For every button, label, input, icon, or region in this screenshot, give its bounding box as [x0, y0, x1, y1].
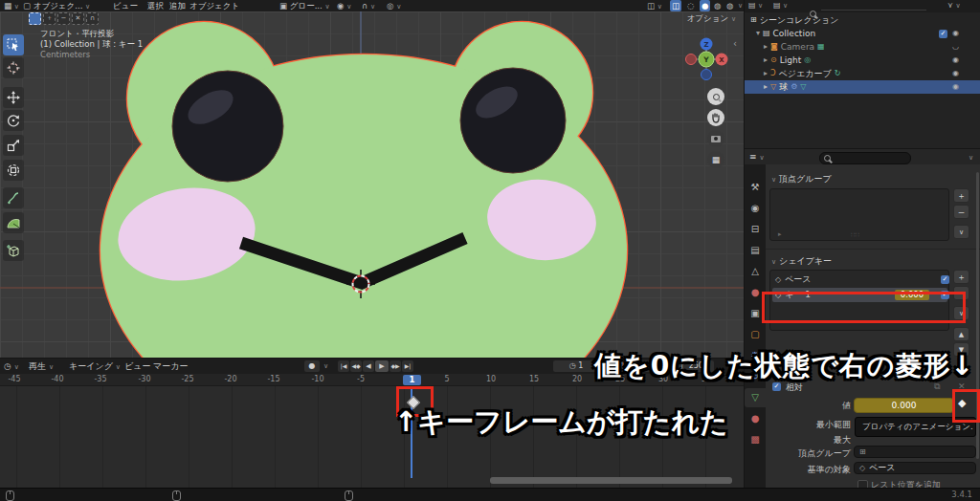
hide-eye-icon[interactable]: ◉	[952, 54, 959, 67]
xray-toggle[interactable]: ◫	[670, 0, 681, 11]
list-resize-grip[interactable]: ∷∷	[851, 231, 859, 239]
gizmo-neg-x-axis[interactable]	[686, 54, 697, 65]
jump-to-start-button[interactable]: |◀	[338, 360, 349, 372]
keying-set-dropdown[interactable]: ∨	[323, 359, 328, 374]
light-data-icon: ◎	[804, 54, 811, 67]
tab-tool[interactable]: ⚒	[745, 178, 766, 197]
shading-wireframe-button[interactable]: ◌	[687, 0, 694, 11]
tool-rotate[interactable]	[3, 110, 24, 131]
outliner-display-mode[interactable]: ▤ ∨	[773, 1, 788, 10]
vertex-group-add-button[interactable]: ＋	[953, 188, 969, 203]
filter-funnel-icon[interactable]: ⋎ ∨	[947, 1, 961, 10]
tool-measure[interactable]	[3, 212, 24, 233]
tool-add-cube[interactable]	[3, 240, 24, 261]
select-mode-new[interactable]	[29, 12, 41, 25]
next-keyframe-button[interactable]: ◆▶	[390, 360, 401, 372]
shading-material-button[interactable]: ◍	[714, 0, 721, 11]
tool-scale[interactable]	[3, 135, 24, 156]
outliner-row-light[interactable]: ▸ ⊙ Light ◎ ◉	[745, 54, 980, 67]
tab-texture[interactable]: ▩	[745, 430, 766, 449]
menu-view[interactable]: ビュー	[113, 0, 138, 11]
hide-eye-icon[interactable]: ◉	[952, 67, 959, 80]
shape-key-mute-checkbox[interactable]: ✓	[941, 275, 949, 284]
camera-view-button[interactable]	[707, 130, 724, 147]
gizmo-neg-z-axis[interactable]	[702, 70, 712, 80]
jump-to-end-button[interactable]: ▶|	[402, 360, 413, 372]
list-expand-icon[interactable]: ▸	[778, 230, 782, 238]
vertex-group-specials-button[interactable]: ∨	[953, 225, 969, 239]
outliner-row-bezier-curve[interactable]: ▸ Ɔ ベジエカーブ ↻ ◉	[745, 67, 980, 80]
menu-timeline-view[interactable]: ビュー	[124, 359, 150, 374]
annotation-box-diamond-button	[952, 389, 980, 423]
current-frame-field[interactable]: ◷ 1	[553, 360, 599, 372]
options-button[interactable]: オプション ∨	[687, 13, 736, 25]
svg-text:X: X	[719, 56, 724, 64]
outliner-row-scene-collection[interactable]: ⊞ シーンコレクション	[745, 13, 980, 27]
collection-checkbox[interactable]: ✓	[939, 30, 947, 38]
menu-marker[interactable]: マーカー	[153, 359, 188, 374]
outliner-row-camera[interactable]: ▸ ◙ Camera ▦ ◡	[745, 40, 980, 54]
timeline-horizontal-scrollbar[interactable]	[490, 477, 732, 484]
tool-transform[interactable]	[3, 160, 24, 181]
tool-move[interactable]	[3, 87, 24, 108]
vertex-group-field[interactable]: ⊞	[854, 446, 976, 458]
vertex-group-remove-button[interactable]: −	[953, 205, 969, 219]
outliner-row-collection[interactable]: ▾ ▤ Collection ✓ ◉	[745, 27, 980, 40]
frog-model[interactable]	[0, 11, 744, 358]
properties-search-input[interactable]	[819, 152, 911, 164]
properties-editor-type-button[interactable]: ≡ ∨	[749, 152, 765, 162]
shape-keys-panel-header[interactable]: ∨ シェイプキー	[771, 255, 832, 268]
shapekey-icon: ◇	[859, 464, 865, 472]
prev-keyframe-button[interactable]: ◀◆	[350, 360, 362, 372]
tab-render[interactable]: ◉	[745, 199, 766, 218]
outliner-row-sphere-selected[interactable]: ▸ ▽ 球 ⚙ ▽ ◉	[745, 80, 980, 94]
tab-material[interactable]: ●	[745, 409, 766, 428]
navigation-gizmo[interactable]: Z X Y	[683, 36, 729, 82]
select-mode-extend[interactable]: ＋	[43, 12, 56, 25]
tab-object[interactable]: ▢	[745, 325, 766, 344]
zoom-button[interactable]	[707, 88, 724, 105]
hide-eye-closed-icon[interactable]: ◡	[952, 40, 959, 54]
relative-to-field[interactable]: ◇ ベース	[854, 462, 976, 474]
outliner-search-input[interactable]	[821, 2, 926, 11]
tab-view-layer[interactable]: ▤	[745, 241, 766, 260]
play-reverse-button[interactable]: ◀	[363, 360, 374, 372]
menu-add[interactable]: 追加	[169, 0, 186, 11]
hide-eye-icon[interactable]: ◉	[952, 27, 959, 40]
menu-object[interactable]: オブジェクト	[189, 0, 239, 11]
vertex-groups-panel-header[interactable]: ∨ 頂点グループ	[771, 173, 832, 185]
play-button[interactable]: ▶	[375, 360, 389, 372]
properties-filter-dropdown[interactable]: ∨	[969, 154, 973, 162]
value-slider[interactable]: 0.000	[854, 398, 954, 413]
select-mode-invert[interactable]: ✕	[72, 12, 84, 25]
menu-playback[interactable]: 再生 ∨	[29, 359, 54, 375]
viewport-3d[interactable]: ＋ − ✕ ∩ フロント・平行投影 (1) Collection | 球 : キ…	[0, 11, 744, 358]
menu-select[interactable]: 選択	[147, 0, 164, 11]
pan-button[interactable]	[707, 109, 724, 126]
region-collapse-arrow[interactable]: ‹	[733, 38, 737, 49]
panel-expand-icon: ∨	[771, 176, 776, 184]
shading-rendered-button[interactable]: ◍	[726, 0, 733, 11]
tool-select-box[interactable]	[3, 34, 24, 55]
select-mode-subtract[interactable]: −	[57, 12, 70, 25]
tool-annotate[interactable]	[3, 187, 24, 208]
menu-keying[interactable]: キーイング ∨	[69, 359, 121, 375]
expand-triangle-icon: ▸	[764, 67, 768, 80]
outliner-editor-type-button[interactable]: ▤ ∨	[748, 1, 763, 10]
hide-eye-icon[interactable]: ◉	[952, 80, 959, 94]
tab-output[interactable]: ⊟	[745, 220, 766, 239]
tab-scene[interactable]: △	[745, 262, 766, 281]
auto-keying-record-button[interactable]: ●	[304, 360, 320, 372]
shape-key-add-button[interactable]: ＋	[953, 270, 969, 284]
shape-key-move-up-button[interactable]: ▲	[953, 327, 969, 341]
tab-object-data[interactable]: ▽	[745, 388, 766, 407]
shading-solid-button[interactable]: ●	[700, 0, 710, 11]
current-frame-indicator[interactable]: 1	[403, 375, 421, 385]
add-rest-position-checkbox[interactable]	[858, 480, 868, 488]
timeline-editor-type-button[interactable]: ◷ ∨	[4, 359, 19, 375]
vertex-groups-list[interactable]: ▸ ∷∷	[769, 188, 949, 241]
shape-key-row-basis[interactable]: ◇ ベース ✓	[772, 272, 947, 287]
select-mode-intersect[interactable]: ∩	[86, 12, 99, 25]
tool-cursor[interactable]	[3, 57, 24, 78]
ortho-toggle-button[interactable]: ▦	[707, 151, 724, 168]
